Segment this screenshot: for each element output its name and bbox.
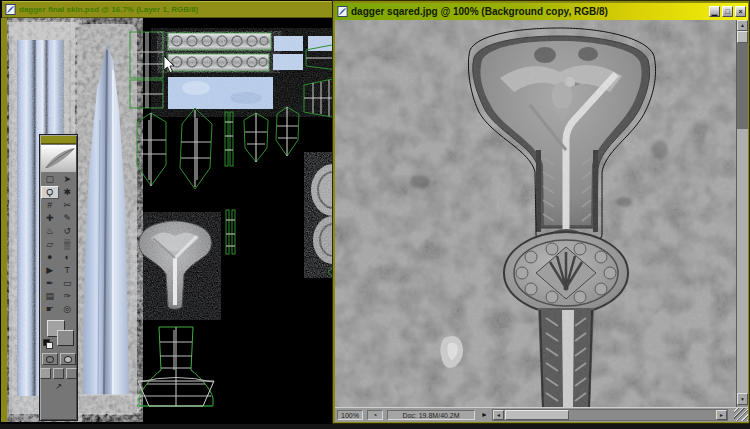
dodge-tool[interactable]: ◐ <box>59 251 77 264</box>
dagger-photo <box>335 20 736 407</box>
photo-canvas[interactable] <box>335 20 736 407</box>
toolbox-dragbar[interactable] <box>41 136 76 144</box>
lasso-tool[interactable]: Ϙ <box>41 186 59 199</box>
document-size-field[interactable]: Doc: 19.8M/40.2M <box>387 410 475 420</box>
crop-tool[interactable]: # <box>41 199 59 212</box>
scroll-down-icon: ▼ <box>740 396 745 402</box>
window-resize-grip[interactable] <box>734 408 748 421</box>
scroll-up-button[interactable]: ▲ <box>737 20 748 31</box>
photoshop-document-icon <box>5 4 16 15</box>
move-tool[interactable]: ➤ <box>59 173 77 186</box>
hand-tool[interactable]: ☛ <box>41 303 59 316</box>
zoom-tool[interactable]: ◎ <box>59 303 77 316</box>
document-status-icon-box: ◔ <box>367 410 383 420</box>
window-controls: ▁ □ × <box>709 6 746 17</box>
status-menu-arrow[interactable]: ► <box>481 411 488 418</box>
slice-tool[interactable]: ✂ <box>59 199 77 212</box>
fullscreen-menu-button[interactable] <box>53 368 64 379</box>
vertical-scrollbar[interactable]: ▲ ▼ <box>736 20 748 407</box>
standard-mode-button[interactable] <box>42 353 58 365</box>
clone-stamp-tool[interactable]: ♨ <box>41 225 59 238</box>
vertical-scrollbar-track-lower[interactable] <box>737 129 748 393</box>
scroll-up-icon: ▲ <box>740 22 745 28</box>
magic-wand-tool[interactable]: ✱ <box>59 186 77 199</box>
toolbox-palette[interactable]: ▢➤Ϙ✱#✂✚✎♨↺▱▒●◐▶T✒▭▤✑☛◎ ↗ <box>39 134 78 421</box>
status-bar: 100% ◔ Doc: 19.8M/40.2M ► ◄ ► <box>335 407 748 422</box>
right-window-title: dagger sqared.jpg @ 100% (Background cop… <box>351 6 608 17</box>
photoshop-document-icon <box>337 6 348 17</box>
eyedropper-tool[interactable]: ✑ <box>59 290 77 303</box>
rectangular-marquee-tool[interactable]: ▢ <box>41 173 59 186</box>
blur-tool[interactable]: ● <box>41 251 59 264</box>
right-window-titlebar[interactable]: dagger sqared.jpg @ 100% (Background cop… <box>335 3 748 20</box>
default-colors-icon[interactable] <box>43 339 52 347</box>
close-button[interactable]: × <box>735 6 746 17</box>
mask-mode-buttons <box>40 353 77 365</box>
uv-map-document-window: dagger final skin.psd @ 16.7% (Layer 1, … <box>0 0 334 422</box>
type-tool[interactable]: T <box>59 264 77 277</box>
history-brush-tool[interactable]: ↺ <box>59 225 77 238</box>
maximize-button[interactable]: □ <box>722 6 733 17</box>
brush-tool[interactable]: ✎ <box>59 212 77 225</box>
screen-mode-buttons <box>40 368 77 379</box>
path-selection-tool[interactable]: ▶ <box>41 264 59 277</box>
horizontal-scrollbar[interactable]: ◄ ► <box>492 409 728 421</box>
uv-wire-funnel <box>138 327 214 406</box>
dagger-photo-document-window: dagger sqared.jpg @ 100% (Background cop… <box>332 0 750 424</box>
vertical-scrollbar-track-upper[interactable] <box>737 43 748 129</box>
eraser-tool[interactable]: ▱ <box>41 238 59 251</box>
color-swatches <box>41 318 76 350</box>
gradient-tool[interactable]: ▒ <box>59 238 77 251</box>
background-color-swatch[interactable] <box>57 330 74 346</box>
scroll-right-button[interactable]: ► <box>716 410 727 420</box>
zoom-level-field[interactable]: 100% <box>337 410 363 420</box>
quick-mask-mode-button[interactable] <box>60 353 76 365</box>
vertical-scrollbar-thumb[interactable] <box>737 31 748 43</box>
desktop-strip <box>0 424 750 429</box>
left-window-titlebar[interactable]: dagger final skin.psd @ 16.7% (Layer 1, … <box>2 1 333 18</box>
left-window-title: dagger final skin.psd @ 16.7% (Layer 1, … <box>19 5 198 14</box>
healing-brush-tool[interactable]: ✚ <box>41 212 59 225</box>
scroll-left-icon: ◄ <box>496 412 501 418</box>
medallion-texture-pieces <box>309 163 334 282</box>
tool-grid: ▢➤Ϙ✱#✂✚✎♨↺▱▒●◐▶T✒▭▤✑☛◎ <box>41 173 76 316</box>
imageready-jump-icon: ↗ <box>55 382 62 391</box>
pommel-texture-piece <box>138 221 213 311</box>
scroll-left-button[interactable]: ◄ <box>493 410 504 420</box>
photoshop-workspace: dagger final skin.psd @ 16.7% (Layer 1, … <box>0 0 750 429</box>
scroll-right-icon: ► <box>719 412 724 418</box>
fullscreen-button[interactable] <box>66 368 77 379</box>
standard-screen-button[interactable] <box>40 368 51 379</box>
shape-tool[interactable]: ▭ <box>59 277 77 290</box>
horizontal-scrollbar-thumb[interactable] <box>505 410 569 420</box>
jump-to-imageready-button[interactable]: ↗ <box>40 382 77 391</box>
minimize-button[interactable]: ▁ <box>709 6 720 17</box>
scroll-down-button[interactable]: ▼ <box>737 393 748 405</box>
pie-status-icon: ◔ <box>373 411 378 420</box>
pen-tool[interactable]: ✒ <box>41 277 59 290</box>
notes-tool[interactable]: ▤ <box>41 290 59 303</box>
photoshop-feather-logo <box>41 145 76 172</box>
blade-texture-strip-2 <box>77 24 137 414</box>
